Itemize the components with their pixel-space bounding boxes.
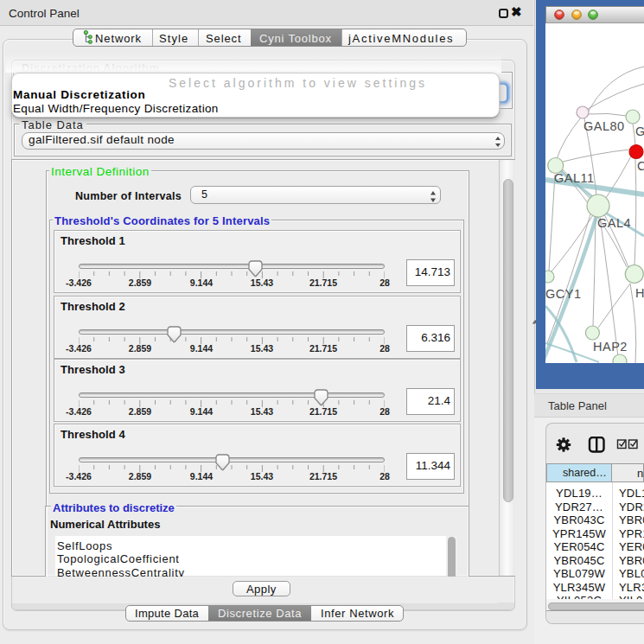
svg-text:H: H	[635, 286, 644, 300]
svg-text:C: C	[637, 159, 644, 173]
svg-text:GAL80: GAL80	[583, 119, 625, 133]
svg-text:HAP2: HAP2	[593, 340, 628, 354]
svg-text:GCY1: GCY1	[545, 287, 582, 301]
svg-text:GA: GA	[635, 124, 644, 138]
svg-text:GAL11: GAL11	[554, 171, 595, 185]
svg-text:GAL4: GAL4	[597, 216, 631, 230]
